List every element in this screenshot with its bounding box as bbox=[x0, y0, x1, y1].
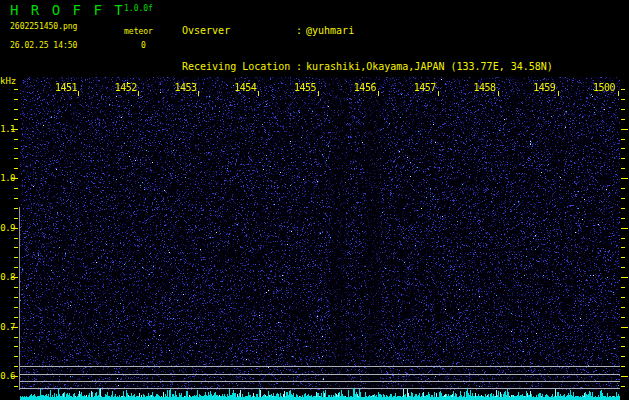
axis-tick-mark bbox=[78, 91, 79, 96]
axis-tick-mark bbox=[621, 158, 625, 159]
y-axis-unit-label: kHz bbox=[0, 76, 16, 86]
spectrogram-canvas bbox=[20, 77, 620, 400]
axis-tick-mark bbox=[621, 109, 625, 110]
axis-tick-mark bbox=[14, 386, 18, 387]
axis-tick-mark bbox=[498, 91, 499, 96]
info-separator: : bbox=[296, 25, 306, 37]
axis-tick-mark bbox=[14, 307, 18, 308]
axis-tick-mark bbox=[14, 109, 18, 110]
axis-tick-mark bbox=[14, 139, 18, 140]
axis-tick-mark bbox=[621, 228, 628, 229]
axis-tick-mark bbox=[621, 129, 628, 130]
axis-tick-mark bbox=[621, 119, 625, 120]
axis-tick-mark bbox=[621, 356, 625, 357]
axis-tick-mark bbox=[14, 287, 18, 288]
axis-tick-mark bbox=[318, 91, 319, 96]
axis-tick-mark bbox=[438, 91, 439, 96]
axis-tick-mark bbox=[618, 91, 619, 96]
axis-tick-mark bbox=[621, 139, 625, 140]
axis-tick-mark bbox=[14, 99, 18, 100]
app-title: H R O F F T bbox=[10, 2, 125, 18]
axis-tick-mark bbox=[621, 178, 628, 179]
x-tick-label: 1452 bbox=[115, 82, 137, 93]
info-label: Receiving Location bbox=[182, 61, 296, 73]
axis-tick-mark bbox=[621, 89, 625, 90]
x-tick-label: 1500 bbox=[593, 82, 615, 93]
x-tick-label: 1453 bbox=[175, 82, 197, 93]
info-value: kurashiki,Okayama,JAPAN (133.77E, 34.58N… bbox=[306, 61, 553, 73]
axis-tick-mark bbox=[621, 148, 625, 149]
axis-tick-mark bbox=[621, 346, 625, 347]
x-tick-label: 1451 bbox=[55, 82, 77, 93]
axis-tick-mark bbox=[621, 188, 625, 189]
axis-tick-mark bbox=[14, 168, 18, 169]
app-version: 1.0.0f bbox=[124, 4, 153, 13]
axis-tick-mark bbox=[621, 366, 625, 367]
axis-tick-mark bbox=[558, 91, 559, 96]
axis-tick-mark bbox=[621, 287, 625, 288]
axis-tick-mark bbox=[14, 188, 18, 189]
axis-tick-mark bbox=[14, 356, 18, 357]
axis-tick-mark bbox=[138, 91, 139, 96]
axis-tick-mark bbox=[621, 327, 628, 328]
info-separator: : bbox=[296, 61, 306, 73]
x-tick-label: 1456 bbox=[354, 82, 376, 93]
axis-tick-mark bbox=[258, 91, 259, 96]
axis-tick-mark bbox=[621, 198, 625, 199]
axis-tick-mark bbox=[14, 366, 18, 367]
info-row-observer: Ovserver:@yuhmari bbox=[182, 25, 553, 37]
axis-tick-mark bbox=[621, 257, 625, 258]
observation-datetime: 26.02.25 14:50 bbox=[10, 41, 77, 50]
axis-tick-mark bbox=[621, 277, 628, 278]
output-filename: 2602251450.png bbox=[10, 22, 77, 31]
axis-tick-mark bbox=[621, 168, 625, 169]
axis-tick-mark bbox=[14, 238, 18, 239]
info-label: Ovserver bbox=[182, 25, 296, 37]
axis-tick-mark bbox=[11, 129, 18, 130]
axis-tick-mark bbox=[14, 297, 18, 298]
axis-tick-mark bbox=[14, 218, 18, 219]
axis-tick-mark bbox=[11, 327, 18, 328]
axis-tick-mark bbox=[621, 386, 625, 387]
axis-tick-mark bbox=[14, 148, 18, 149]
axis-tick-mark bbox=[621, 297, 625, 298]
meteor-count-value: 0 bbox=[141, 41, 146, 50]
hrofft-window: H R O F F T 1.0.0f 2602251450.png meteor… bbox=[0, 0, 629, 400]
axis-tick-mark bbox=[14, 119, 18, 120]
axis-tick-mark bbox=[621, 307, 625, 308]
axis-tick-mark bbox=[14, 198, 18, 199]
info-value: @yuhmari bbox=[306, 25, 354, 37]
axis-tick-mark bbox=[621, 317, 625, 318]
axis-tick-mark bbox=[198, 91, 199, 96]
axis-tick-mark bbox=[11, 376, 18, 377]
axis-tick-mark bbox=[14, 346, 18, 347]
axis-tick-mark bbox=[378, 91, 379, 96]
axis-tick-mark bbox=[621, 337, 625, 338]
axis-tick-mark bbox=[621, 99, 625, 100]
axis-tick-mark bbox=[621, 238, 625, 239]
x-tick-label: 1454 bbox=[234, 82, 256, 93]
axis-tick-mark bbox=[621, 218, 625, 219]
axis-tick-mark bbox=[621, 247, 625, 248]
meteor-count-label: meteor bbox=[124, 27, 153, 36]
axis-tick-mark bbox=[11, 178, 18, 179]
left-edge-marker-line bbox=[19, 207, 20, 390]
axis-tick-mark bbox=[14, 158, 18, 159]
axis-tick-mark bbox=[621, 267, 625, 268]
x-tick-label: 1459 bbox=[533, 82, 555, 93]
x-tick-label: 1458 bbox=[473, 82, 495, 93]
axis-tick-mark bbox=[11, 228, 18, 229]
axis-tick-mark bbox=[14, 247, 18, 248]
axis-tick-mark bbox=[621, 208, 625, 209]
axis-tick-mark bbox=[14, 337, 18, 338]
info-row-location: Receiving Location:kurashiki,Okayama,JAP… bbox=[182, 61, 553, 73]
axis-tick-mark bbox=[14, 89, 18, 90]
x-tick-label: 1455 bbox=[294, 82, 316, 93]
axis-tick-mark bbox=[11, 277, 18, 278]
axis-tick-mark bbox=[14, 208, 18, 209]
x-tick-label: 1457 bbox=[414, 82, 436, 93]
axis-tick-mark bbox=[14, 257, 18, 258]
axis-tick-mark bbox=[621, 376, 628, 377]
axis-tick-mark bbox=[14, 317, 18, 318]
axis-tick-mark bbox=[14, 267, 18, 268]
